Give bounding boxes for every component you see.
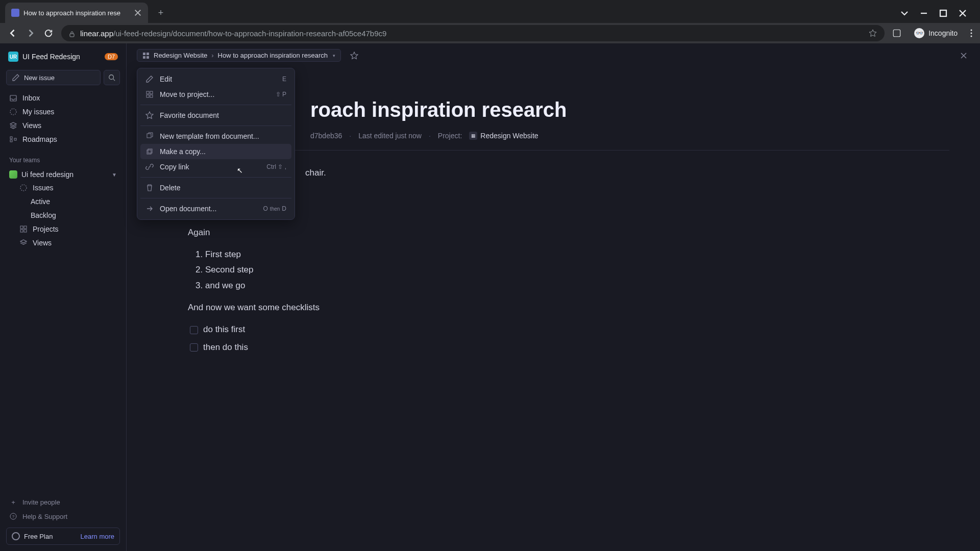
- tab-close-icon[interactable]: [134, 9, 142, 17]
- tab-favicon: [11, 9, 19, 17]
- paragraph[interactable]: And now we want some checklists: [188, 300, 647, 315]
- svg-rect-0: [940, 10, 946, 16]
- star-icon[interactable]: [869, 29, 877, 37]
- maximize-icon[interactable]: [939, 9, 948, 18]
- menu-new-template[interactable]: New template from document...: [140, 129, 291, 144]
- checkbox[interactable]: [190, 326, 198, 334]
- sidebar-item-roadmaps[interactable]: Roadmaps: [6, 133, 120, 146]
- sidebar-item-views[interactable]: Views: [6, 119, 120, 132]
- svg-rect-15: [24, 230, 27, 232]
- sidebar-footer: + Invite people ? Help & Support Free Pl…: [6, 495, 120, 545]
- close-document-button[interactable]: [958, 49, 970, 62]
- menu-icon[interactable]: [970, 29, 972, 37]
- incognito-icon: 👓: [914, 28, 924, 38]
- menu-favorite-document[interactable]: Favorite document: [140, 108, 291, 123]
- project-icon: [142, 52, 150, 59]
- menu-edit[interactable]: Edit E: [140, 71, 291, 87]
- list-item[interactable]: and we go: [205, 279, 647, 293]
- url-text: linear.app/ui-feed-redesign/document/how…: [80, 29, 386, 38]
- plan-box[interactable]: Free Plan Learn more: [6, 528, 120, 545]
- roadmap-icon: [9, 135, 17, 143]
- breadcrumb[interactable]: Redesign Website › How to approach inspi…: [137, 49, 341, 62]
- checkbox[interactable]: [190, 343, 198, 352]
- paragraph[interactable]: Again: [188, 226, 647, 240]
- url-bar: linear.app/ui-feed-redesign/document/how…: [0, 23, 980, 43]
- browser-chrome: How to approach inspiration rese + linea…: [0, 0, 980, 43]
- svg-rect-28: [148, 149, 152, 153]
- incognito-badge[interactable]: 👓 Incognito: [909, 26, 963, 40]
- pencil-icon: [12, 73, 20, 82]
- svg-point-7: [10, 109, 16, 115]
- svg-rect-22: [146, 91, 149, 94]
- sidebar-item-projects[interactable]: Projects: [6, 222, 120, 236]
- workspace-name: UI Feed Redesign: [22, 53, 101, 61]
- sidebar-item-issues[interactable]: Issues: [6, 181, 120, 194]
- svg-rect-10: [14, 138, 16, 140]
- teams-label: Your teams: [6, 155, 120, 166]
- sidebar-item-team-views[interactable]: Views: [6, 236, 120, 249]
- main: Redesign Website › How to approach inspi…: [127, 43, 980, 551]
- svg-rect-8: [10, 137, 12, 139]
- svg-rect-14: [20, 230, 23, 232]
- svg-point-6: [109, 75, 114, 80]
- workspace-switcher[interactable]: UR UI Feed Redesign D7: [6, 49, 120, 64]
- document-title[interactable]: roach inspiration research: [188, 98, 949, 121]
- pencil-icon: [145, 75, 154, 83]
- forward-button[interactable]: [26, 28, 36, 38]
- meta-project-chip[interactable]: ▦ Redesign Website: [469, 132, 538, 140]
- sidebar-item-active[interactable]: Active: [6, 195, 120, 208]
- menu-separator: [140, 126, 291, 126]
- close-window-icon[interactable]: [958, 9, 967, 18]
- issues-icon: [19, 184, 28, 192]
- team-icon: [9, 170, 17, 179]
- new-issue-button[interactable]: New issue: [6, 70, 101, 85]
- team-row[interactable]: Ui feed redesign ▼: [6, 168, 120, 181]
- favorite-button[interactable]: [348, 49, 360, 62]
- svg-point-5: [971, 36, 972, 37]
- sidebar-item-inbox[interactable]: Inbox: [6, 91, 120, 105]
- svg-rect-12: [20, 226, 23, 229]
- learn-more-link[interactable]: Learn more: [81, 533, 114, 540]
- help-icon: ?: [9, 512, 17, 520]
- invite-people-button[interactable]: + Invite people: [6, 495, 120, 509]
- svg-rect-25: [150, 95, 153, 97]
- sidebar-item-my-issues[interactable]: My issues: [6, 105, 120, 118]
- new-tab-button[interactable]: +: [153, 5, 168, 20]
- menu-make-copy[interactable]: Make a copy... ↖: [140, 144, 291, 159]
- arrow-right-icon: [145, 205, 154, 213]
- url-input[interactable]: linear.app/ui-feed-redesign/document/how…: [61, 25, 885, 41]
- tab-title: How to approach inspiration rese: [23, 9, 130, 17]
- chevron-down-icon[interactable]: [900, 9, 909, 18]
- svg-rect-19: [146, 53, 149, 55]
- reload-button[interactable]: [43, 28, 54, 38]
- list-item[interactable]: Second step: [205, 263, 647, 278]
- menu-copy-link[interactable]: Copy link Ctrl ⇧ ,: [140, 159, 291, 174]
- plus-icon: +: [9, 498, 17, 506]
- checklist-item[interactable]: do this first: [188, 322, 647, 337]
- svg-point-4: [971, 33, 972, 34]
- main-nav: Inbox My issues Views Roadmaps: [6, 91, 120, 146]
- svg-rect-18: [143, 53, 145, 55]
- help-support-button[interactable]: ? Help & Support: [6, 509, 120, 523]
- svg-point-3: [971, 30, 972, 31]
- sidebar-item-backlog[interactable]: Backlog: [6, 209, 120, 222]
- browser-tab[interactable]: How to approach inspiration rese: [5, 3, 148, 23]
- svg-rect-23: [150, 91, 153, 94]
- search-button[interactable]: [104, 70, 120, 85]
- meta-project-label: Project:: [438, 132, 462, 140]
- menu-move-to-project[interactable]: Move to project... ⇧ P: [140, 87, 291, 102]
- menu-delete[interactable]: Delete: [140, 180, 291, 195]
- svg-rect-1: [70, 34, 74, 37]
- menu-separator: [140, 198, 291, 198]
- layers-icon: [9, 121, 17, 130]
- menu-open-document[interactable]: Open document... O then D: [140, 201, 291, 216]
- extension-icon[interactable]: [892, 29, 901, 38]
- inbox-icon: [9, 94, 17, 102]
- app: UR UI Feed Redesign D7 New issue Inbox M…: [0, 43, 980, 551]
- svg-rect-24: [146, 95, 149, 97]
- list-item[interactable]: First step: [205, 247, 647, 262]
- back-button[interactable]: [8, 28, 18, 38]
- minimize-icon[interactable]: [919, 9, 928, 18]
- checklist-item[interactable]: then do this: [188, 340, 647, 355]
- projects-icon: [19, 225, 28, 233]
